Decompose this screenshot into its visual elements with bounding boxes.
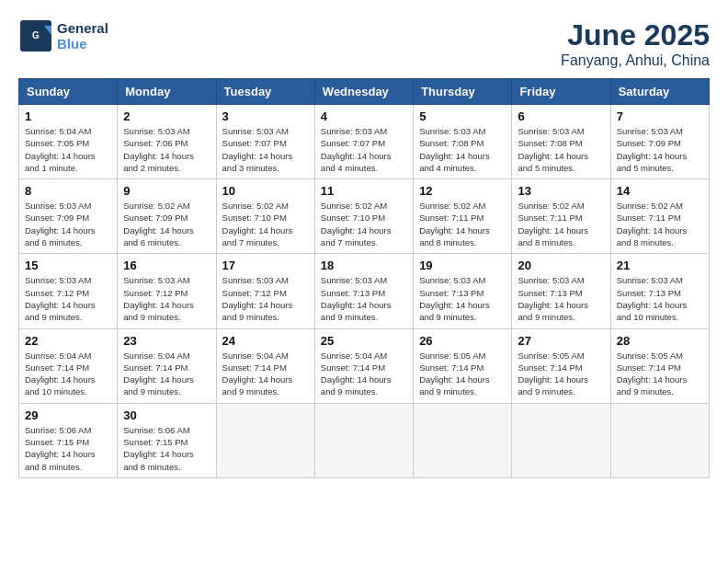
day-number: 14: [617, 184, 703, 198]
day-number: 7: [617, 109, 703, 123]
calendar-cell: [314, 403, 413, 477]
day-info: Sunrise: 5:04 AM Sunset: 7:05 PM Dayligh…: [25, 125, 111, 174]
calendar-cell: 2Sunrise: 5:03 AM Sunset: 7:06 PM Daylig…: [118, 105, 216, 179]
day-number: 10: [222, 184, 309, 198]
day-info: Sunrise: 5:02 AM Sunset: 7:10 PM Dayligh…: [321, 200, 407, 248]
title-block: June 2025 Fanyang, Anhui, China: [561, 18, 710, 69]
day-info: Sunrise: 5:03 AM Sunset: 7:08 PM Dayligh…: [419, 125, 506, 174]
day-number: 19: [419, 259, 506, 272]
day-number: 27: [518, 334, 604, 348]
calendar-cell: 21Sunrise: 5:03 AM Sunset: 7:13 PM Dayli…: [610, 254, 709, 328]
week-row-3: 15Sunrise: 5:03 AM Sunset: 7:12 PM Dayli…: [19, 254, 710, 328]
day-number: 26: [419, 334, 506, 348]
day-info: Sunrise: 5:02 AM Sunset: 7:11 PM Dayligh…: [518, 200, 604, 248]
day-info: Sunrise: 5:05 AM Sunset: 7:14 PM Dayligh…: [518, 350, 604, 398]
day-number: 12: [419, 184, 506, 198]
day-info: Sunrise: 5:03 AM Sunset: 7:12 PM Dayligh…: [25, 274, 111, 323]
day-number: 13: [518, 184, 604, 198]
day-info: Sunrise: 5:03 AM Sunset: 7:12 PM Dayligh…: [222, 274, 309, 323]
calendar-cell: 3Sunrise: 5:03 AM Sunset: 7:07 PM Daylig…: [216, 105, 314, 179]
calendar-table: SundayMondayTuesdayWednesdayThursdayFrid…: [18, 78, 710, 478]
day-number: 29: [25, 408, 111, 422]
day-info: Sunrise: 5:03 AM Sunset: 7:07 PM Dayligh…: [321, 125, 407, 174]
calendar-cell: 5Sunrise: 5:03 AM Sunset: 7:08 PM Daylig…: [414, 105, 512, 179]
calendar-header-friday: Friday: [512, 79, 610, 105]
day-info: Sunrise: 5:02 AM Sunset: 7:10 PM Dayligh…: [222, 200, 309, 248]
logo-blue: Blue: [57, 36, 108, 52]
day-info: Sunrise: 5:04 AM Sunset: 7:14 PM Dayligh…: [321, 350, 407, 398]
calendar-cell: [512, 403, 610, 477]
day-number: 23: [123, 334, 210, 348]
day-info: Sunrise: 5:04 AM Sunset: 7:14 PM Dayligh…: [25, 350, 111, 398]
calendar-cell: 1Sunrise: 5:04 AM Sunset: 7:05 PM Daylig…: [19, 105, 118, 179]
calendar-cell: 4Sunrise: 5:03 AM Sunset: 7:07 PM Daylig…: [314, 105, 413, 179]
location-title: Fanyang, Anhui, China: [561, 52, 710, 69]
day-info: Sunrise: 5:03 AM Sunset: 7:09 PM Dayligh…: [617, 125, 703, 174]
day-info: Sunrise: 5:03 AM Sunset: 7:13 PM Dayligh…: [321, 274, 407, 323]
calendar-header-saturday: Saturday: [610, 79, 709, 105]
calendar-cell: 19Sunrise: 5:03 AM Sunset: 7:13 PM Dayli…: [414, 254, 512, 328]
day-number: 3: [222, 109, 309, 123]
calendar-header-row: SundayMondayTuesdayWednesdayThursdayFrid…: [19, 79, 710, 105]
day-number: 24: [222, 334, 309, 348]
week-row-1: 1Sunrise: 5:04 AM Sunset: 7:05 PM Daylig…: [19, 105, 710, 179]
day-number: 9: [123, 184, 210, 198]
day-number: 20: [518, 259, 604, 272]
calendar-cell: 20Sunrise: 5:03 AM Sunset: 7:13 PM Dayli…: [512, 254, 610, 328]
day-info: Sunrise: 5:03 AM Sunset: 7:06 PM Dayligh…: [123, 125, 210, 174]
day-number: 11: [321, 184, 407, 198]
calendar-cell: [216, 403, 314, 477]
day-info: Sunrise: 5:03 AM Sunset: 7:13 PM Dayligh…: [419, 274, 506, 323]
calendar-cell: 17Sunrise: 5:03 AM Sunset: 7:12 PM Dayli…: [216, 254, 314, 328]
day-number: 21: [617, 259, 703, 272]
week-row-5: 29Sunrise: 5:06 AM Sunset: 7:15 PM Dayli…: [19, 403, 710, 477]
calendar-cell: 10Sunrise: 5:02 AM Sunset: 7:10 PM Dayli…: [216, 179, 314, 254]
day-number: 5: [419, 109, 506, 123]
day-info: Sunrise: 5:03 AM Sunset: 7:13 PM Dayligh…: [518, 274, 604, 323]
day-number: 30: [123, 408, 210, 422]
calendar-cell: 15Sunrise: 5:03 AM Sunset: 7:12 PM Dayli…: [19, 254, 118, 328]
calendar-header-thursday: Thursday: [414, 79, 512, 105]
calendar-cell: [610, 403, 709, 477]
day-info: Sunrise: 5:03 AM Sunset: 7:13 PM Dayligh…: [617, 274, 703, 323]
day-info: Sunrise: 5:02 AM Sunset: 7:09 PM Dayligh…: [123, 200, 210, 248]
calendar-cell: 6Sunrise: 5:03 AM Sunset: 7:08 PM Daylig…: [512, 105, 610, 179]
day-number: 18: [321, 259, 407, 272]
calendar-cell: 27Sunrise: 5:05 AM Sunset: 7:14 PM Dayli…: [512, 328, 610, 403]
day-number: 25: [321, 334, 407, 348]
logo-icon: G: [18, 18, 53, 53]
calendar-cell: 25Sunrise: 5:04 AM Sunset: 7:14 PM Dayli…: [314, 328, 413, 403]
calendar-cell: 12Sunrise: 5:02 AM Sunset: 7:11 PM Dayli…: [414, 179, 512, 254]
day-number: 4: [321, 109, 407, 123]
calendar-cell: [414, 403, 512, 477]
day-info: Sunrise: 5:06 AM Sunset: 7:15 PM Dayligh…: [123, 424, 210, 473]
day-info: Sunrise: 5:05 AM Sunset: 7:14 PM Dayligh…: [419, 350, 506, 398]
calendar-cell: 11Sunrise: 5:02 AM Sunset: 7:10 PM Dayli…: [314, 179, 413, 254]
day-info: Sunrise: 5:03 AM Sunset: 7:09 PM Dayligh…: [25, 200, 111, 248]
calendar-cell: 26Sunrise: 5:05 AM Sunset: 7:14 PM Dayli…: [414, 328, 512, 403]
calendar-cell: 22Sunrise: 5:04 AM Sunset: 7:14 PM Dayli…: [19, 328, 118, 403]
calendar-cell: 18Sunrise: 5:03 AM Sunset: 7:13 PM Dayli…: [314, 254, 413, 328]
day-number: 2: [123, 109, 210, 123]
svg-text:G: G: [32, 30, 40, 40]
logo-general: General: [57, 20, 108, 36]
day-number: 8: [25, 184, 111, 198]
day-number: 28: [617, 334, 703, 348]
day-number: 16: [123, 259, 210, 272]
calendar-cell: 16Sunrise: 5:03 AM Sunset: 7:12 PM Dayli…: [118, 254, 216, 328]
calendar-cell: 23Sunrise: 5:04 AM Sunset: 7:14 PM Dayli…: [118, 328, 216, 403]
calendar-cell: 28Sunrise: 5:05 AM Sunset: 7:14 PM Dayli…: [610, 328, 709, 403]
day-number: 22: [25, 334, 111, 348]
calendar-cell: 29Sunrise: 5:06 AM Sunset: 7:15 PM Dayli…: [19, 403, 118, 477]
day-info: Sunrise: 5:03 AM Sunset: 7:08 PM Dayligh…: [518, 125, 604, 174]
day-number: 15: [25, 259, 111, 272]
day-info: Sunrise: 5:02 AM Sunset: 7:11 PM Dayligh…: [419, 200, 506, 248]
day-info: Sunrise: 5:05 AM Sunset: 7:14 PM Dayligh…: [617, 350, 703, 398]
day-info: Sunrise: 5:04 AM Sunset: 7:14 PM Dayligh…: [123, 350, 210, 398]
calendar-cell: 8Sunrise: 5:03 AM Sunset: 7:09 PM Daylig…: [19, 179, 118, 254]
day-info: Sunrise: 5:03 AM Sunset: 7:12 PM Dayligh…: [123, 274, 210, 323]
calendar-header-wednesday: Wednesday: [314, 79, 413, 105]
logo: G General Blue: [18, 18, 108, 53]
calendar-cell: 24Sunrise: 5:04 AM Sunset: 7:14 PM Dayli…: [216, 328, 314, 403]
day-number: 17: [222, 259, 309, 272]
